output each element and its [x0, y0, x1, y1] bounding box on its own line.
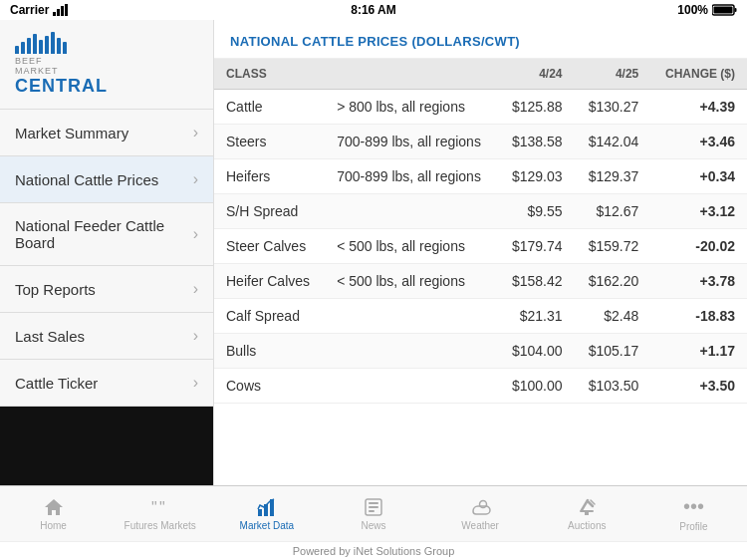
bar3 [27, 38, 31, 54]
chevron-icon: › [193, 280, 198, 298]
cell-price2: $130.27 [575, 90, 651, 125]
tab-bar: Home " " Futures Markets Market Data [0, 485, 747, 541]
cell-price1: $129.03 [498, 159, 575, 194]
cell-desc: > 800 lbs, all regions [325, 90, 498, 125]
status-time: 8:16 AM [351, 3, 396, 17]
battery-icon [712, 4, 737, 16]
bar8 [57, 38, 61, 54]
col-date2: 4/25 [575, 59, 651, 90]
logo-beef: BEEF [15, 56, 43, 66]
sidebar-item-market-summary[interactable]: Market Summary › [0, 110, 213, 156]
col-date1: 4/24 [498, 59, 575, 90]
svg-rect-6 [714, 7, 733, 14]
svg-rect-11 [270, 499, 274, 516]
cell-price2: $129.37 [575, 159, 651, 194]
cell-class: Steers [214, 125, 325, 159]
cell-class: Bulls [214, 334, 325, 369]
cell-price1: $104.00 [498, 334, 575, 369]
cell-desc: 700-899 lbs, all regions [325, 159, 498, 194]
svg-rect-14 [369, 506, 378, 508]
sidebar-item-last-sales[interactable]: Last Sales › [0, 313, 213, 360]
col-change: CHANGE ($) [650, 59, 747, 90]
cell-desc [325, 194, 498, 229]
bar4 [33, 34, 37, 54]
main-content: NATIONAL CATTLE PRICES (DOLLARS/CWT) CLA… [214, 20, 747, 485]
price-table-body: Cattle> 800 lbs, all regions$125.88$130.… [214, 90, 747, 404]
tab-futures-markets[interactable]: " " Futures Markets [107, 486, 213, 541]
bar5 [39, 40, 43, 54]
cell-price1: $125.88 [498, 90, 575, 125]
table-row: S/H Spread$9.55$12.67+3.12 [214, 194, 747, 229]
status-bar: Carrier 8:16 AM 100% [0, 0, 747, 20]
svg-rect-13 [369, 502, 378, 504]
tab-news[interactable]: News [320, 486, 426, 541]
col-class: CLASS [214, 59, 325, 90]
sidebar-item-top-reports[interactable]: Top Reports › [0, 266, 213, 313]
chevron-icon: › [193, 225, 198, 243]
chevron-icon: › [193, 170, 198, 188]
col-desc [325, 59, 498, 90]
cell-desc [325, 334, 498, 369]
cell-class: Heifer Calves [214, 264, 325, 299]
market-data-icon [256, 497, 278, 517]
svg-rect-9 [258, 509, 262, 516]
cell-price1: $138.58 [498, 125, 575, 159]
cell-class: Heifers [214, 159, 325, 194]
svg-rect-3 [65, 4, 68, 16]
table-row: Heifers700-899 lbs, all regions$129.03$1… [214, 159, 747, 194]
sidebar-logo: BEEF MARKET CENTRAL [0, 20, 213, 110]
tab-weather[interactable]: Weather [427, 486, 534, 541]
logo-bars [15, 32, 67, 54]
cell-change: +1.17 [650, 334, 747, 369]
tab-auctions[interactable]: Auctions [534, 486, 640, 541]
tab-home[interactable]: Home [0, 486, 107, 541]
main-header: NATIONAL CATTLE PRICES (DOLLARS/CWT) [214, 20, 747, 59]
cell-price1: $21.31 [498, 299, 575, 334]
svg-rect-15 [369, 510, 374, 512]
weather-icon [469, 497, 491, 517]
cell-desc: < 500 lbs, all regions [325, 229, 498, 264]
cell-class: Steer Calves [214, 229, 325, 264]
main-title: NATIONAL CATTLE PRICES (DOLLARS/CWT) [230, 34, 520, 49]
tab-market-data[interactable]: Market Data [213, 486, 320, 541]
table-row: Steer Calves< 500 lbs, all regions$179.7… [214, 229, 747, 264]
cell-price1: $9.55 [498, 194, 575, 229]
svg-text:": " [151, 499, 157, 516]
logo-market: MARKET [15, 66, 59, 76]
chevron-icon: › [193, 124, 198, 141]
bar2 [21, 42, 25, 54]
svg-rect-18 [585, 512, 589, 515]
news-icon [363, 497, 384, 517]
sidebar-black-area [0, 407, 213, 485]
cell-class: Cattle [214, 90, 325, 125]
footer: Powered by iNet Solutions Group [0, 541, 747, 560]
svg-line-20 [589, 502, 593, 506]
cell-change: -20.02 [650, 229, 747, 264]
svg-rect-2 [61, 6, 64, 16]
chevron-icon: › [193, 374, 198, 392]
cell-change: +3.78 [650, 264, 747, 299]
table-row: Cattle> 800 lbs, all regions$125.88$130.… [214, 90, 747, 125]
logo-central: CENTRAL [15, 76, 108, 97]
cell-change: +0.34 [650, 159, 747, 194]
cell-price1: $100.00 [498, 369, 575, 404]
chevron-icon: › [193, 327, 198, 345]
sidebar-item-national-cattle-prices[interactable]: National Cattle Prices › [0, 156, 213, 203]
cell-price1: $158.42 [498, 264, 575, 299]
app: BEEF MARKET CENTRAL Market Summary › Nat… [0, 20, 747, 560]
cell-change: +3.12 [650, 194, 747, 229]
table-row: Calf Spread$21.31$2.48-18.83 [214, 299, 747, 334]
sidebar-item-national-feeder-cattle-board[interactable]: National Feeder Cattle Board › [0, 203, 213, 266]
table-header-row: CLASS 4/24 4/25 CHANGE ($) [214, 59, 747, 90]
tab-profile[interactable]: ••• Profile [640, 486, 747, 541]
cell-price1: $179.74 [498, 229, 575, 264]
cell-change: +3.50 [650, 369, 747, 404]
cell-price2: $12.67 [575, 194, 651, 229]
table-row: Cows$100.00$103.50+3.50 [214, 369, 747, 404]
cell-price2: $142.04 [575, 125, 651, 159]
status-carrier: Carrier [10, 3, 69, 17]
cell-class: Cows [214, 369, 325, 404]
bar7 [51, 32, 55, 54]
bar6 [45, 36, 49, 54]
sidebar-item-cattle-ticker[interactable]: Cattle Ticker › [0, 360, 213, 407]
